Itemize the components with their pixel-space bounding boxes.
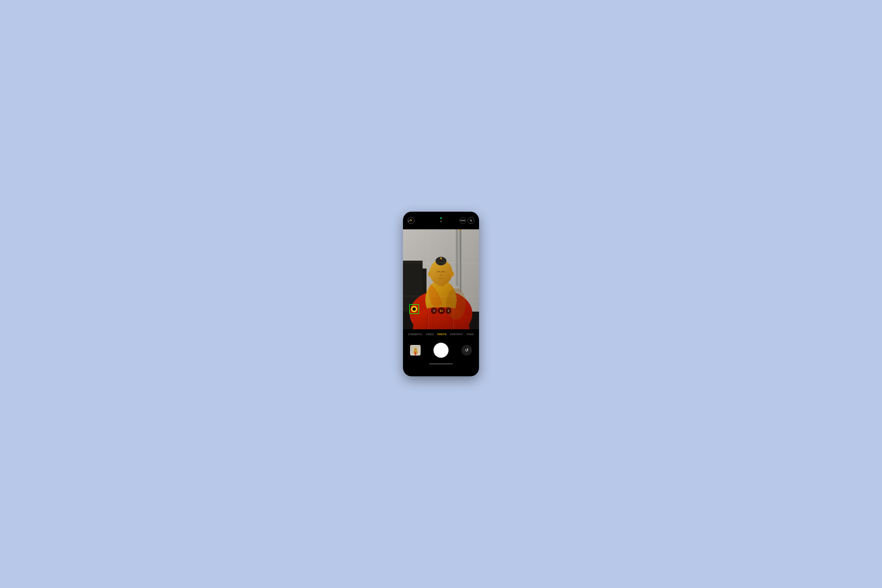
controls-bar: ↺ xyxy=(403,339,479,361)
thumbnail-preview xyxy=(410,345,421,356)
svg-rect-12 xyxy=(456,230,458,286)
flip-camera-button[interactable]: ↺ xyxy=(461,345,472,356)
svg-point-51 xyxy=(442,261,444,263)
svg-rect-25 xyxy=(459,257,461,257)
camera-viewfinder[interactable]: .5 1× 3 xyxy=(403,230,479,329)
zoom-half-button[interactable]: .5 xyxy=(431,308,437,314)
top-bar: ⚡ ^ RAW xyxy=(403,212,479,230)
svg-rect-21 xyxy=(459,249,461,249)
svg-rect-33 xyxy=(459,273,461,273)
svg-point-61 xyxy=(414,308,415,309)
svg-rect-24 xyxy=(459,255,461,255)
svg-point-80 xyxy=(411,348,412,349)
home-indicator xyxy=(403,361,479,366)
mode-portrait[interactable]: PORTRAIT xyxy=(450,333,463,336)
svg-rect-23 xyxy=(459,253,461,253)
svg-rect-28 xyxy=(459,262,461,263)
svg-rect-29 xyxy=(459,265,461,265)
svg-rect-37 xyxy=(459,280,461,280)
live-icon xyxy=(470,219,472,222)
zoom-controls: .5 1× 3 xyxy=(431,308,451,314)
svg-rect-30 xyxy=(459,267,461,267)
flip-camera-icon: ↺ xyxy=(465,348,468,353)
svg-rect-31 xyxy=(459,268,461,269)
live-photo-button[interactable] xyxy=(468,217,474,224)
zoom-3x-label: 3 xyxy=(448,309,449,312)
svg-point-54 xyxy=(440,260,442,261)
flower-icon xyxy=(412,307,416,311)
svg-rect-13 xyxy=(459,233,461,234)
svg-point-58 xyxy=(450,271,454,277)
svg-rect-27 xyxy=(459,261,461,261)
zoom-1x-label: 1× xyxy=(440,309,443,312)
svg-rect-39 xyxy=(459,284,461,285)
svg-rect-38 xyxy=(459,282,461,283)
svg-rect-22 xyxy=(459,251,461,251)
svg-point-76 xyxy=(414,348,417,350)
svg-rect-36 xyxy=(459,278,461,279)
mode-pano[interactable]: PANO xyxy=(466,333,474,336)
green-dot-indicator xyxy=(440,218,442,219)
svg-rect-35 xyxy=(459,276,461,277)
buddha-scene xyxy=(403,230,479,329)
svg-point-52 xyxy=(439,263,441,264)
svg-point-63 xyxy=(412,309,414,310)
svg-rect-40 xyxy=(459,286,461,286)
svg-point-62 xyxy=(414,310,415,311)
zoom-half-label: .5 xyxy=(433,309,435,312)
svg-rect-17 xyxy=(459,241,461,242)
svg-point-57 xyxy=(428,271,432,277)
svg-point-64 xyxy=(415,309,416,310)
top-bar-center: ^ xyxy=(440,218,442,224)
svg-rect-16 xyxy=(459,239,461,240)
shutter-button[interactable] xyxy=(434,343,448,358)
macro-icon xyxy=(411,306,417,312)
zoom-3x-button[interactable]: 3 xyxy=(446,308,451,314)
svg-rect-77 xyxy=(415,352,416,356)
svg-rect-19 xyxy=(459,245,461,245)
svg-point-49 xyxy=(438,261,440,263)
svg-rect-70 xyxy=(411,346,420,347)
svg-point-79 xyxy=(411,347,412,348)
svg-rect-18 xyxy=(459,243,461,243)
mode-cinematic[interactable]: CINEMATIC xyxy=(408,333,422,336)
flash-button[interactable]: ⚡ xyxy=(408,217,414,224)
svg-rect-34 xyxy=(459,274,461,275)
mode-bar: CINEMATIC VIDEO PHOTO PORTRAIT PANO xyxy=(403,329,479,339)
svg-point-53 xyxy=(441,263,443,264)
svg-rect-15 xyxy=(459,237,461,237)
focus-box xyxy=(409,304,419,314)
mode-photo[interactable]: PHOTO xyxy=(438,333,447,336)
svg-rect-32 xyxy=(459,270,461,271)
svg-rect-41 xyxy=(459,288,461,288)
chevron-up-icon[interactable]: ^ xyxy=(440,220,442,224)
phone-frame: ⚡ ^ RAW xyxy=(403,212,479,376)
home-bar xyxy=(429,363,453,364)
svg-point-55 xyxy=(440,257,442,259)
svg-point-81 xyxy=(411,350,412,351)
raw-button[interactable]: RAW xyxy=(459,217,466,224)
raw-label: RAW xyxy=(460,219,465,222)
mode-video[interactable]: VIDEO xyxy=(426,333,434,336)
svg-rect-26 xyxy=(459,259,461,259)
svg-rect-20 xyxy=(459,247,461,248)
svg-point-59 xyxy=(446,288,466,320)
zoom-1x-button[interactable]: 1× xyxy=(438,308,445,314)
photo-thumbnail[interactable] xyxy=(410,345,421,356)
svg-rect-14 xyxy=(459,235,461,236)
svg-rect-71 xyxy=(411,348,418,348)
svg-point-60 xyxy=(414,309,415,310)
